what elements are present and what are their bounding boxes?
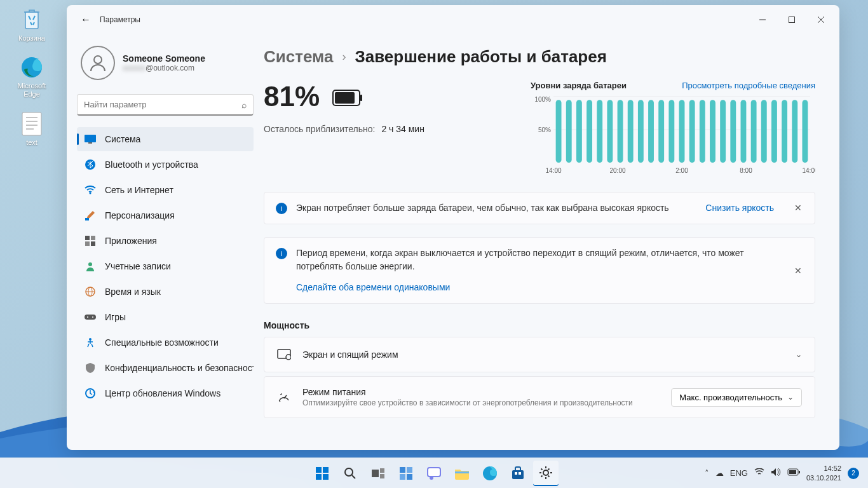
svg-rect-56 bbox=[751, 100, 757, 163]
gamepad-icon bbox=[85, 311, 96, 323]
nav-item-network[interactable]: Сеть и Интернет bbox=[77, 178, 254, 202]
chevron-down-icon: ⌄ bbox=[796, 350, 802, 359]
volume-tray-icon[interactable] bbox=[771, 468, 781, 478]
wifi-icon bbox=[85, 184, 96, 196]
svg-point-69 bbox=[277, 391, 291, 403]
back-button[interactable]: ← bbox=[76, 10, 96, 30]
desktop-icon-recycle-bin[interactable]: Корзина bbox=[10, 6, 54, 43]
search-input[interactable] bbox=[84, 100, 241, 109]
tray-chevron-icon[interactable]: ˄ bbox=[705, 468, 709, 478]
power-mode-dropdown[interactable]: Макс. производительность ⌄ bbox=[671, 388, 802, 407]
nav-item-apps[interactable]: Приложения bbox=[77, 229, 254, 253]
battery-chart: Уровни заряда батареи Просмотреть подроб… bbox=[531, 81, 815, 179]
svg-rect-0 bbox=[25, 12, 38, 29]
system-tray[interactable]: ˄ ☁ ENG bbox=[705, 468, 800, 478]
desktop-icon-label: Microsoft Edge bbox=[10, 82, 54, 98]
wifi-tray-icon[interactable] bbox=[754, 468, 764, 478]
nav-label: Персонализация bbox=[105, 210, 175, 220]
search-box[interactable]: ⌕ bbox=[77, 94, 254, 116]
close-button[interactable] bbox=[806, 10, 836, 30]
chart-details-link[interactable]: Просмотреть подробные сведения bbox=[682, 81, 815, 90]
svg-point-15 bbox=[90, 193, 92, 194]
taskbar-right: ˄ ☁ ENG 14:52 03.10.2021 2 bbox=[705, 458, 868, 488]
notification-badge[interactable]: 2 bbox=[848, 468, 859, 479]
breadcrumb-current: Завершение работы и батарея bbox=[355, 47, 606, 67]
svg-line-76 bbox=[352, 475, 355, 478]
nav-item-accounts[interactable]: Учетные записи bbox=[77, 254, 254, 278]
titlebar: ← Параметры bbox=[67, 5, 839, 34]
match-times-link[interactable]: Сделайте оба времени одинаковыми bbox=[296, 281, 450, 294]
section-title-power: Мощность bbox=[264, 320, 815, 330]
battery-tray-icon[interactable] bbox=[787, 468, 800, 478]
nav-label: Центр обновления Windows bbox=[105, 388, 220, 398]
svg-rect-52 bbox=[710, 100, 715, 163]
nav-item-windows-update[interactable]: Центр обновления Windows bbox=[77, 381, 254, 405]
edge-icon bbox=[18, 54, 45, 81]
svg-rect-77 bbox=[372, 470, 379, 477]
svg-rect-18 bbox=[91, 236, 95, 240]
settings-button[interactable] bbox=[533, 461, 559, 486]
onedrive-icon[interactable]: ☁ bbox=[715, 468, 724, 478]
close-icon[interactable]: ✕ bbox=[793, 201, 803, 214]
chat-button[interactable] bbox=[421, 461, 447, 486]
search-button[interactable] bbox=[337, 461, 363, 486]
start-button[interactable] bbox=[309, 461, 335, 486]
setting-row-power-mode[interactable]: Режим питания Оптимизируйте свое устройс… bbox=[264, 376, 815, 418]
info-icon: i bbox=[276, 203, 287, 214]
svg-point-21 bbox=[88, 262, 92, 266]
info-card-sleep-timing: i Период времени, когда экран выключаетс… bbox=[264, 237, 815, 304]
svg-rect-80 bbox=[400, 467, 405, 473]
minimize-button[interactable] bbox=[748, 10, 777, 30]
taskbar-clock[interactable]: 14:52 03.10.2021 bbox=[806, 464, 841, 482]
shield-icon bbox=[85, 362, 96, 374]
nav-item-time-language[interactable]: Время и язык bbox=[77, 280, 254, 304]
svg-rect-54 bbox=[730, 100, 736, 163]
widgets-button[interactable] bbox=[393, 461, 419, 486]
user-profile[interactable]: Someone Someone xxxxxx@outlook.com bbox=[77, 41, 254, 92]
power-mode-icon bbox=[277, 390, 291, 404]
taskbar-center bbox=[309, 461, 559, 486]
row-subtitle: Оптимизируйте свое устройство в зависимо… bbox=[302, 398, 660, 407]
svg-rect-90 bbox=[519, 472, 521, 475]
nav-item-personalization[interactable]: Персонализация bbox=[77, 203, 254, 227]
svg-text:100%: 100% bbox=[534, 96, 551, 103]
avatar-icon bbox=[81, 46, 115, 80]
svg-text:2:00: 2:00 bbox=[675, 167, 688, 174]
info-text: Период времени, когда экран выключается … bbox=[296, 247, 784, 273]
nav-item-accessibility[interactable]: Специальные возможности bbox=[77, 330, 254, 355]
search-icon: ⌕ bbox=[241, 100, 247, 110]
svg-point-11 bbox=[94, 56, 102, 64]
desktop-icon-text[interactable]: text bbox=[10, 111, 54, 147]
close-icon[interactable]: ✕ bbox=[793, 264, 803, 277]
text-file-icon bbox=[18, 111, 45, 137]
task-view-button[interactable] bbox=[365, 461, 391, 486]
svg-text:20:00: 20:00 bbox=[609, 167, 625, 174]
svg-point-85 bbox=[430, 476, 433, 480]
svg-rect-19 bbox=[85, 241, 90, 246]
maximize-button[interactable] bbox=[777, 10, 806, 30]
nav-item-system[interactable]: Система bbox=[77, 127, 254, 151]
brush-icon bbox=[85, 210, 96, 221]
desktop-icon-edge[interactable]: Microsoft Edge bbox=[10, 54, 54, 98]
breadcrumb-root[interactable]: Система bbox=[264, 47, 333, 67]
nav-item-bluetooth[interactable]: Bluetooth и устройства bbox=[77, 152, 254, 177]
svg-rect-12 bbox=[85, 135, 96, 142]
desktop-icon-label: text bbox=[26, 139, 37, 147]
svg-rect-59 bbox=[782, 100, 787, 163]
explorer-button[interactable] bbox=[449, 461, 475, 486]
taskbar: ˄ ☁ ENG 14:52 03.10.2021 2 bbox=[0, 458, 868, 488]
edge-button[interactable] bbox=[477, 461, 503, 486]
svg-point-75 bbox=[345, 468, 353, 476]
lower-brightness-link[interactable]: Снизить яркость bbox=[705, 203, 774, 213]
svg-rect-44 bbox=[628, 100, 634, 163]
svg-rect-50 bbox=[689, 100, 695, 163]
nav-label: Время и язык bbox=[105, 287, 161, 297]
language-indicator[interactable]: ENG bbox=[730, 468, 748, 478]
svg-point-91 bbox=[543, 470, 548, 475]
svg-rect-78 bbox=[380, 468, 384, 473]
svg-rect-58 bbox=[771, 100, 777, 163]
nav-item-privacy[interactable]: Конфиденциальность и безопасность bbox=[77, 356, 254, 380]
store-button[interactable] bbox=[505, 461, 531, 486]
setting-row-screen-sleep[interactable]: Экран и спящий режим ⌄ bbox=[264, 337, 815, 372]
nav-item-gaming[interactable]: Игры bbox=[77, 305, 254, 329]
